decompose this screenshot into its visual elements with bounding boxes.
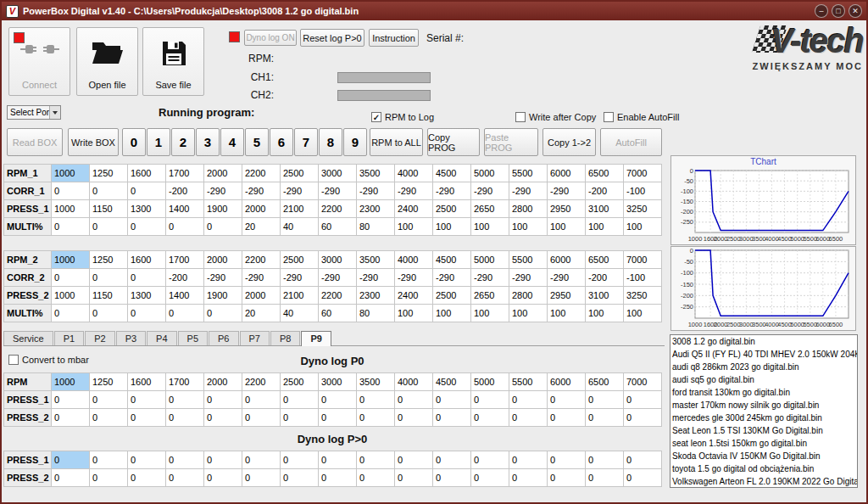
table-cell[interactable]: 100 [548,218,586,236]
table-cell[interactable]: 2000 [204,165,242,182]
table-cell[interactable]: 7000 [624,251,662,269]
table-cell[interactable]: 20 [242,218,281,236]
table-cell[interactable]: 4000 [395,373,433,391]
table-cell[interactable]: 1000 [52,251,90,269]
table-cell[interactable]: 40 [281,305,319,322]
table-cell[interactable]: 1000 [52,200,90,218]
table-cell[interactable]: 2400 [395,287,433,305]
table-cell[interactable]: 2500 [281,373,319,391]
table-cell[interactable]: 0 [90,469,128,487]
table-cell[interactable]: 100 [509,218,548,236]
table-cell[interactable]: -200 [586,269,624,287]
table-cell[interactable]: 3000 [319,373,357,391]
table-cell[interactable]: 100 [624,305,662,322]
table-cell[interactable]: 0 [204,451,242,469]
table-cell[interactable]: 0 [548,469,586,487]
table-cell[interactable]: 0 [433,469,471,487]
table-cell[interactable]: 100 [395,305,433,322]
table-cell[interactable]: 0 [52,409,90,427]
file-item-skoda-octavia-iv-150km-g[interactable]: Skoda Octavia IV 150KM Go Digital.bin [670,450,857,462]
table-cell[interactable]: 2300 [357,200,395,218]
file-item-mercedes-gle-300d-245km-[interactable]: mercedes gle 300d 245km go digital.bin [670,412,857,424]
table-cell[interactable]: -200 [166,182,204,200]
digit-button-4[interactable]: 4 [220,128,244,156]
table-cell[interactable]: -290 [548,182,586,200]
autofill-button[interactable]: AutoFill [600,128,662,156]
table-cell[interactable]: 0 [52,305,90,322]
table-cell[interactable]: 0 [242,391,281,409]
table-cell[interactable]: 2500 [281,251,319,269]
table-cell[interactable]: 2500 [433,287,471,305]
table-cell[interactable]: 0 [90,451,128,469]
digit-button-2[interactable]: 2 [171,128,195,156]
table-cell[interactable]: -290 [319,182,357,200]
table-cell[interactable]: 1000 [52,287,90,305]
digit-button-8[interactable]: 8 [319,128,342,156]
table-cell[interactable]: 0 [242,469,281,487]
minimize-button[interactable]: – [815,4,828,18]
table-cell[interactable]: 0 [52,182,90,200]
copy-prog-button[interactable]: Copy PROG [427,128,480,156]
table-cell[interactable]: 0 [624,451,662,469]
table-cell[interactable]: 2100 [281,287,319,305]
table-cell[interactable]: 2800 [509,287,548,305]
table-cell[interactable]: 100 [624,218,662,236]
digit-button-1[interactable]: 1 [147,128,170,156]
table-cell[interactable]: 100 [395,218,433,236]
table-cell[interactable]: 0 [395,451,433,469]
table-cell[interactable]: 4500 [433,373,471,391]
table-cell[interactable]: 100 [433,305,471,322]
table-cell[interactable]: 6500 [586,251,624,269]
table-cell[interactable]: 2950 [548,287,586,305]
digit-button-9[interactable]: 9 [343,128,367,156]
table-cell[interactable]: 1250 [90,165,128,182]
table-cell[interactable]: 2100 [281,200,319,218]
table-cell[interactable]: 2950 [548,200,586,218]
table-cell[interactable]: 0 [471,451,509,469]
table-cell[interactable]: 2000 [242,287,281,305]
enable-autofill-checkbox[interactable]: Enable AutoFill [604,112,679,122]
table-cell[interactable]: 5000 [471,251,509,269]
write-after-copy-checkbox[interactable]: Write after Copy [515,112,596,122]
tab-p2[interactable]: P2 [85,331,114,345]
table-cell[interactable]: 2400 [395,200,433,218]
table-cell[interactable]: -290 [471,269,509,287]
file-item-master-170km-nowy-silnik[interactable]: master 170km nowy silnik go digital.bin [670,399,857,412]
rpm-to-all-button[interactable]: RPM to ALL [370,128,423,156]
table-cell[interactable]: 7000 [624,165,662,182]
tab-p9[interactable]: P9 [301,331,331,346]
table-cell[interactable]: 0 [128,391,166,409]
open-file-button[interactable]: Open file [76,27,138,96]
write-box-button[interactable]: Write BOX [68,128,119,156]
table-cell[interactable]: 0 [90,409,128,427]
table-cell[interactable]: 6500 [586,165,624,182]
table-cell[interactable]: 0 [471,469,509,487]
table-cell[interactable]: 0 [395,409,433,427]
table-cell[interactable]: 100 [586,305,624,322]
table-cell[interactable]: 0 [509,451,548,469]
table-cell[interactable]: 4500 [433,251,471,269]
table-cell[interactable]: 3250 [624,287,662,305]
table-cell[interactable]: 7000 [624,373,662,391]
table-cell[interactable]: 0 [90,182,128,200]
table-cell[interactable]: 1400 [166,287,204,305]
table-cell[interactable]: 0 [471,409,509,427]
read-box-button[interactable]: Read BOX [7,128,63,156]
table-cell[interactable]: 0 [166,469,204,487]
table-cell[interactable]: 1700 [166,251,204,269]
table-cell[interactable]: 2200 [242,373,281,391]
file-item-seat-leon-1-5tsi-150km-g[interactable]: seat leon 1.5tsi 150km go digital.bin [670,437,857,450]
table-cell[interactable]: 0 [509,391,548,409]
table-cell[interactable]: 0 [624,391,662,409]
table-cell[interactable]: 0 [128,305,166,322]
table-cell[interactable]: 0 [242,409,281,427]
table-cell[interactable]: 2000 [242,200,281,218]
table-cell[interactable]: 2650 [471,200,509,218]
table-cell[interactable]: 1600 [128,251,166,269]
table-cell[interactable]: 0 [52,269,90,287]
table-cell[interactable]: 0 [52,218,90,236]
table-cell[interactable]: -290 [433,182,471,200]
table-cell[interactable]: 0 [395,391,433,409]
table-cell[interactable]: 2300 [357,287,395,305]
table-cell[interactable]: 1000 [52,165,90,182]
